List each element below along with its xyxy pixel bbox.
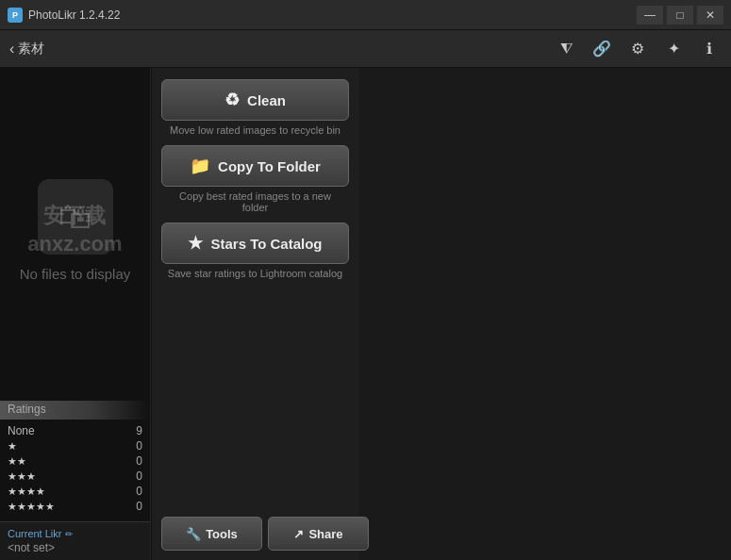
tools-label: Tools bbox=[206, 527, 238, 541]
rating-count-4star: 0 bbox=[136, 485, 142, 498]
star-manage-button[interactable]: ✦ bbox=[661, 37, 686, 61]
rating-count-none: 9 bbox=[136, 424, 142, 437]
ratings-panel: Ratings None 9 ★ 0 ★★ 0 ★★★ 0 ★★★★ 0 bbox=[0, 393, 150, 521]
bottom-toolbar: 🔧 Tools ↗ Share bbox=[161, 509, 369, 551]
clean-label: Clean bbox=[247, 92, 286, 108]
info-icon: ℹ bbox=[706, 40, 712, 58]
window-controls: — □ ✕ bbox=[637, 6, 723, 25]
rating-count-1star: 0 bbox=[136, 439, 142, 453]
edit-icon[interactable]: ✏ bbox=[65, 529, 73, 539]
bag-icon: 🛍 bbox=[38, 179, 113, 255]
minimize-button[interactable]: — bbox=[637, 6, 663, 25]
ratings-header: Ratings bbox=[0, 401, 150, 420]
title-bar: P PhotoLikr 1.2.4.22 — □ ✕ bbox=[0, 0, 731, 30]
clean-description: Move low rated images to recycle bin bbox=[161, 124, 349, 136]
rating-label-5star: ★★★★★ bbox=[8, 501, 136, 513]
stars-to-catalog-button[interactable]: ★ Stars To Catalog bbox=[161, 222, 349, 264]
copy-to-folder-button[interactable]: 📁 Copy To Folder bbox=[161, 145, 349, 187]
main-layout: 🛍 No files to display 安下载anxz.com Rating… bbox=[0, 68, 731, 560]
share-icon: ↗ bbox=[293, 527, 304, 541]
share-label: Share bbox=[308, 527, 342, 541]
close-button[interactable]: ✕ bbox=[697, 6, 723, 25]
left-column: 🛍 No files to display 安下载anxz.com Rating… bbox=[0, 68, 151, 560]
app-icon: P bbox=[8, 8, 23, 23]
rating-row-4star: ★★★★ 0 bbox=[0, 484, 150, 499]
toolbar: ‹ 素材 ⧨ 🔗 ⚙ ✦ ℹ bbox=[0, 30, 731, 68]
rating-count-2star: 0 bbox=[136, 454, 142, 468]
rating-count-5star: 0 bbox=[136, 500, 142, 513]
current-likr-value: <not set> bbox=[8, 541, 142, 554]
content-area: 🛍 No files to display 安下载anxz.com bbox=[0, 68, 150, 393]
current-likr-section: Current Likr ✏ <not set> bbox=[0, 521, 150, 560]
share-button[interactable]: ↗ Share bbox=[268, 517, 369, 551]
app-title: PhotoLikr 1.2.4.22 bbox=[28, 8, 637, 22]
stars-catalog-icon: ★ bbox=[188, 233, 203, 254]
empty-state: 🛍 No files to display bbox=[20, 179, 131, 282]
copy-folder-label: Copy To Folder bbox=[218, 158, 321, 174]
current-likr-label: Current Likr ✏ bbox=[8, 528, 142, 539]
back-label: 素材 bbox=[18, 41, 44, 58]
maximize-button[interactable]: □ bbox=[667, 6, 693, 25]
rating-row-none: None 9 bbox=[0, 423, 150, 438]
rating-row-3star: ★★★ 0 bbox=[0, 469, 150, 484]
rating-row-2star: ★★ 0 bbox=[0, 453, 150, 469]
no-files-text: No files to display bbox=[20, 266, 131, 282]
rating-label-none: None bbox=[8, 424, 136, 437]
link-button[interactable]: 🔗 bbox=[590, 37, 614, 61]
tools-button[interactable]: 🔧 Tools bbox=[161, 517, 262, 551]
star-manage-icon: ✦ bbox=[668, 40, 680, 58]
clean-button[interactable]: ♻ Clean bbox=[161, 79, 349, 121]
tools-icon: 🔧 bbox=[186, 527, 201, 541]
stars-catalog-description: Save star ratings to Lightroom catalog bbox=[161, 268, 349, 279]
rating-label-4star: ★★★★ bbox=[8, 486, 136, 498]
rating-label-1star: ★ bbox=[8, 440, 136, 453]
right-panel: ♻ Clean Move low rated images to recycle… bbox=[151, 68, 358, 560]
rating-label-3star: ★★★ bbox=[8, 470, 136, 483]
copy-folder-icon: 📁 bbox=[190, 156, 210, 176]
copy-folder-description: Copy best rated images to a new folder bbox=[161, 190, 349, 213]
rating-row-5star: ★★★★★ 0 bbox=[0, 499, 150, 514]
filter-icon: ⧨ bbox=[560, 41, 573, 58]
settings-button[interactable]: ⚙ bbox=[625, 37, 650, 61]
settings-icon: ⚙ bbox=[631, 40, 644, 58]
rating-label-2star: ★★ bbox=[8, 455, 136, 468]
rating-row-1star: ★ 0 bbox=[0, 438, 150, 453]
info-button[interactable]: ℹ bbox=[697, 37, 722, 61]
back-button[interactable]: ‹ 素材 bbox=[9, 41, 44, 58]
filter-button[interactable]: ⧨ bbox=[554, 37, 578, 61]
stars-catalog-label: Stars To Catalog bbox=[210, 236, 322, 252]
back-chevron-icon: ‹ bbox=[9, 41, 14, 58]
clean-icon: ♻ bbox=[224, 90, 240, 110]
rating-count-3star: 0 bbox=[136, 469, 142, 483]
link-icon: 🔗 bbox=[592, 40, 611, 58]
